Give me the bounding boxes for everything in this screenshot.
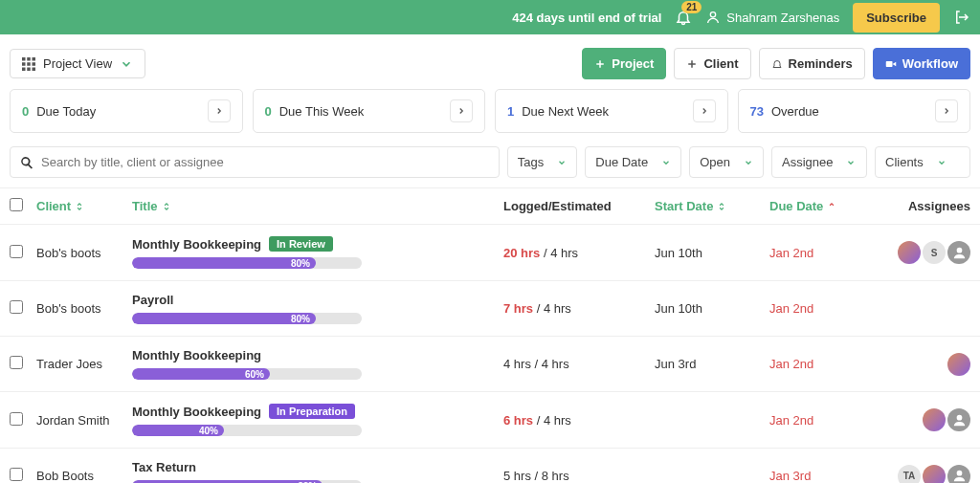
avatar[interactable]	[898, 241, 921, 264]
col-client[interactable]: Client	[36, 199, 132, 213]
progress-bar: 80%	[132, 257, 362, 269]
client-cell: Trader Joes	[36, 357, 132, 371]
stat-card[interactable]: 73Overdue	[738, 89, 971, 133]
avatar[interactable]: TA	[898, 465, 921, 484]
row-checkbox[interactable]	[10, 356, 23, 369]
sort-icon	[75, 202, 84, 211]
progress-fill: 80%	[132, 257, 316, 269]
stat-count: 1	[507, 104, 514, 119]
progress-bar: 60%	[132, 368, 362, 380]
svg-rect-3	[33, 57, 36, 61]
avatar[interactable]	[923, 465, 946, 484]
assignee-filter[interactable]: Assignee	[771, 146, 867, 178]
table-row[interactable]: Jordan Smith Monthly BookkeepingIn Prepa…	[0, 392, 980, 449]
table-row[interactable]: Bob's boots Payroll 80% 7 hrs / 4 hrs Ju…	[0, 281, 980, 337]
stat-card[interactable]: 0Due This Week	[253, 89, 486, 133]
title-cell: Payroll 80%	[132, 293, 503, 324]
due-cell: Jan 3rd	[769, 469, 884, 483]
table-row[interactable]: Bob Boots Tax Return 83% 5 hrs / 8 hrs J…	[0, 449, 980, 483]
workflow-button[interactable]: Workflow	[873, 48, 970, 79]
task-title[interactable]: Monthly Bookkeeping	[132, 348, 261, 362]
assignees-cell: S	[884, 241, 970, 264]
task-title[interactable]: Monthly Bookkeeping	[132, 237, 261, 252]
client-cell: Bob's boots	[36, 301, 132, 316]
title-cell: Monthly BookkeepingIn Review 80%	[132, 236, 503, 269]
chevron-down-icon	[120, 57, 133, 71]
svg-rect-8	[27, 67, 31, 71]
col-due[interactable]: Due Date	[769, 199, 884, 213]
task-title[interactable]: Monthly Bookkeeping	[132, 405, 261, 419]
chevron-down-icon	[937, 158, 947, 167]
client-cell: Bob's boots	[36, 246, 132, 260]
avatar[interactable]	[947, 465, 970, 484]
reminders-button[interactable]: Reminders	[759, 48, 865, 79]
bell-icon	[771, 58, 783, 70]
table-row[interactable]: Trader Joes Monthly Bookkeeping 60% 4 hr…	[0, 337, 980, 392]
search-input[interactable]	[41, 155, 489, 169]
status-tag: In Review	[269, 236, 333, 252]
user-name: Shahram Zarshenas	[726, 11, 839, 25]
arrow-right-icon	[942, 106, 951, 116]
notifications-button[interactable]: 21	[675, 9, 692, 26]
stat-label: Due Next Week	[522, 104, 609, 119]
avatar[interactable]	[947, 408, 970, 431]
tags-filter[interactable]: Tags	[507, 146, 577, 178]
assignees-cell	[884, 353, 970, 376]
stat-card[interactable]: 0Due Today	[10, 89, 243, 133]
row-checkbox[interactable]	[10, 245, 23, 258]
status-tag: In Preparation	[269, 404, 355, 419]
task-title[interactable]: Tax Return	[132, 460, 196, 474]
user-menu[interactable]: Shahram Zarshenas	[705, 10, 839, 25]
logout-icon[interactable]	[953, 9, 970, 26]
col-start[interactable]: Start Date	[655, 199, 769, 213]
toolbar: Project View Project Client Reminders Wo…	[0, 34, 980, 89]
title-cell: Monthly Bookkeeping 60%	[132, 348, 503, 380]
sort-icon	[827, 202, 836, 211]
svg-rect-7	[22, 67, 26, 71]
svg-point-0	[711, 12, 716, 17]
row-checkbox[interactable]	[10, 468, 23, 481]
progress-bar: 80%	[132, 313, 362, 324]
svg-rect-1	[22, 57, 26, 61]
project-view-dropdown[interactable]: Project View	[10, 49, 145, 78]
due-cell: Jan 2nd	[769, 357, 884, 371]
stat-card[interactable]: 1Due Next Week	[495, 89, 728, 133]
avatar[interactable]	[923, 408, 946, 431]
stat-label: Due Today	[36, 104, 96, 119]
assignees-cell: TA	[884, 465, 970, 484]
table-row[interactable]: Bob's boots Monthly BookkeepingIn Review…	[0, 225, 980, 281]
row-checkbox[interactable]	[10, 300, 23, 314]
progress-bar: 40%	[132, 425, 362, 436]
start-cell: Jun 10th	[655, 246, 769, 260]
arrow-button[interactable]	[450, 99, 473, 122]
svg-rect-5	[27, 62, 31, 66]
sort-icon	[717, 202, 726, 211]
logged-cell: 20 hrs / 4 hrs	[503, 246, 655, 260]
stat-cards: 0Due Today0Due This Week1Due Next Week73…	[0, 89, 980, 146]
col-title[interactable]: Title	[132, 199, 503, 213]
clients-filter[interactable]: Clients	[875, 146, 970, 178]
arrow-button[interactable]	[208, 99, 231, 122]
avatar[interactable]	[947, 353, 970, 376]
select-all-checkbox[interactable]	[10, 198, 23, 211]
subscribe-button[interactable]: Subscribe	[853, 3, 940, 33]
avatar[interactable]	[947, 241, 970, 264]
stat-count: 0	[22, 104, 29, 119]
action-buttons: Project Client Reminders Workflow	[582, 48, 970, 79]
logged-cell: 7 hrs / 4 hrs	[503, 301, 655, 316]
logged-cell: 6 hrs / 4 hrs	[503, 413, 655, 428]
video-icon	[885, 58, 897, 70]
due-cell: Jan 2nd	[769, 301, 884, 316]
row-checkbox[interactable]	[10, 412, 23, 426]
arrow-button[interactable]	[693, 99, 716, 122]
avatar[interactable]: S	[923, 241, 946, 264]
grid-icon	[22, 57, 35, 71]
due-date-filter[interactable]: Due Date	[585, 146, 681, 178]
open-filter[interactable]: Open	[689, 146, 764, 178]
add-project-button[interactable]: Project	[582, 48, 666, 79]
task-title[interactable]: Payroll	[132, 293, 173, 307]
stat-count: 73	[750, 104, 764, 119]
title-cell: Monthly BookkeepingIn Preparation 40%	[132, 404, 503, 436]
add-client-button[interactable]: Client	[674, 48, 750, 79]
arrow-button[interactable]	[935, 99, 958, 122]
